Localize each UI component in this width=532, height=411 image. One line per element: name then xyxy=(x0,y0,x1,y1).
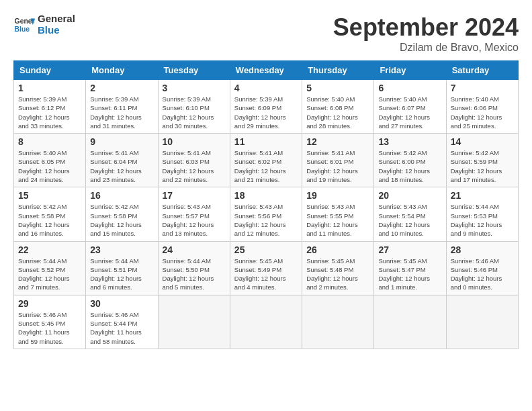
calendar-day-cell: 12Sunrise: 5:41 AM Sunset: 6:01 PM Dayli… xyxy=(302,134,374,187)
weekday-header-cell: Tuesday xyxy=(158,61,230,80)
calendar-day-cell: 23Sunrise: 5:44 AM Sunset: 5:51 PM Dayli… xyxy=(86,241,158,295)
day-info: Sunrise: 5:39 AM Sunset: 6:12 PM Dayligh… xyxy=(18,95,81,130)
calendar-day-cell: 7Sunrise: 5:40 AM Sunset: 6:06 PM Daylig… xyxy=(446,80,518,134)
day-info: Sunrise: 5:44 AM Sunset: 5:51 PM Dayligh… xyxy=(90,257,153,292)
calendar-day-cell: 26Sunrise: 5:45 AM Sunset: 5:48 PM Dayli… xyxy=(302,241,374,295)
day-number: 21 xyxy=(451,190,514,201)
logo-blue: Blue xyxy=(38,25,75,36)
calendar-day-cell: 15Sunrise: 5:42 AM Sunset: 5:58 PM Dayli… xyxy=(14,187,86,241)
day-info: Sunrise: 5:42 AM Sunset: 5:58 PM Dayligh… xyxy=(90,202,153,238)
calendar-week-row: 8Sunrise: 5:40 AM Sunset: 6:05 PM Daylig… xyxy=(14,134,519,187)
day-info: Sunrise: 5:45 AM Sunset: 5:48 PM Dayligh… xyxy=(306,257,369,292)
logo: General Blue General Blue xyxy=(13,13,75,36)
day-number: 2 xyxy=(90,83,153,93)
day-info: Sunrise: 5:41 AM Sunset: 6:03 PM Dayligh… xyxy=(163,148,226,184)
day-number: 13 xyxy=(378,136,441,147)
day-info: Sunrise: 5:41 AM Sunset: 6:02 PM Dayligh… xyxy=(234,148,298,184)
day-info: Sunrise: 5:43 AM Sunset: 5:56 PM Dayligh… xyxy=(234,202,298,238)
calendar-week-row: 22Sunrise: 5:44 AM Sunset: 5:52 PM Dayli… xyxy=(14,241,519,295)
calendar: SundayMondayTuesdayWednesdayThursdayFrid… xyxy=(13,60,519,349)
calendar-day-cell xyxy=(302,295,374,349)
calendar-day-cell: 22Sunrise: 5:44 AM Sunset: 5:52 PM Dayli… xyxy=(14,241,86,295)
weekday-header-cell: Friday xyxy=(374,61,446,80)
day-info: Sunrise: 5:40 AM Sunset: 6:05 PM Dayligh… xyxy=(18,148,81,184)
day-number: 10 xyxy=(163,136,226,147)
day-info: Sunrise: 5:42 AM Sunset: 6:00 PM Dayligh… xyxy=(378,148,441,184)
calendar-day-cell: 3Sunrise: 5:39 AM Sunset: 6:10 PM Daylig… xyxy=(158,80,230,134)
day-info: Sunrise: 5:45 AM Sunset: 5:47 PM Dayligh… xyxy=(378,257,441,292)
month-title: September 2024 xyxy=(333,13,519,42)
weekday-header-cell: Wednesday xyxy=(230,61,302,80)
calendar-week-row: 15Sunrise: 5:42 AM Sunset: 5:58 PM Dayli… xyxy=(14,187,519,241)
day-info: Sunrise: 5:43 AM Sunset: 5:55 PM Dayligh… xyxy=(306,202,369,238)
weekday-header-cell: Thursday xyxy=(302,61,374,80)
day-info: Sunrise: 5:42 AM Sunset: 5:58 PM Dayligh… xyxy=(18,202,81,238)
day-info: Sunrise: 5:46 AM Sunset: 5:45 PM Dayligh… xyxy=(18,310,81,346)
day-info: Sunrise: 5:43 AM Sunset: 5:54 PM Dayligh… xyxy=(378,202,441,238)
logo-general: General xyxy=(38,13,75,25)
calendar-day-cell: 17Sunrise: 5:43 AM Sunset: 5:57 PM Dayli… xyxy=(158,187,230,241)
day-info: Sunrise: 5:46 AM Sunset: 5:46 PM Dayligh… xyxy=(451,257,514,292)
day-info: Sunrise: 5:41 AM Sunset: 6:01 PM Dayligh… xyxy=(306,148,369,184)
header: General Blue General Blue September 2024… xyxy=(13,13,519,54)
day-info: Sunrise: 5:39 AM Sunset: 6:10 PM Dayligh… xyxy=(163,95,226,130)
day-number: 23 xyxy=(90,244,153,255)
calendar-day-cell: 14Sunrise: 5:42 AM Sunset: 5:59 PM Dayli… xyxy=(446,134,518,187)
calendar-day-cell: 24Sunrise: 5:44 AM Sunset: 5:50 PM Dayli… xyxy=(158,241,230,295)
day-number: 15 xyxy=(18,190,81,201)
title-area: September 2024 Dzilam de Bravo, Mexico xyxy=(333,13,519,54)
day-number: 8 xyxy=(18,136,81,147)
day-number: 12 xyxy=(306,136,369,147)
calendar-day-cell xyxy=(230,295,302,349)
calendar-day-cell: 9Sunrise: 5:41 AM Sunset: 6:04 PM Daylig… xyxy=(86,134,158,187)
calendar-day-cell: 19Sunrise: 5:43 AM Sunset: 5:55 PM Dayli… xyxy=(302,187,374,241)
day-number: 9 xyxy=(90,136,153,147)
calendar-day-cell: 6Sunrise: 5:40 AM Sunset: 6:07 PM Daylig… xyxy=(374,80,446,134)
calendar-day-cell: 4Sunrise: 5:39 AM Sunset: 6:09 PM Daylig… xyxy=(230,80,302,134)
day-number: 27 xyxy=(378,244,441,255)
day-number: 17 xyxy=(163,190,226,201)
day-number: 6 xyxy=(378,83,441,93)
day-number: 29 xyxy=(18,298,81,309)
day-number: 4 xyxy=(234,83,298,93)
day-number: 24 xyxy=(163,244,226,255)
calendar-day-cell: 18Sunrise: 5:43 AM Sunset: 5:56 PM Dayli… xyxy=(230,187,302,241)
calendar-day-cell: 21Sunrise: 5:44 AM Sunset: 5:53 PM Dayli… xyxy=(446,187,518,241)
calendar-day-cell xyxy=(374,295,446,349)
day-number: 19 xyxy=(306,190,369,201)
svg-text:Blue: Blue xyxy=(15,25,30,32)
day-number: 25 xyxy=(234,244,298,255)
day-number: 30 xyxy=(90,298,153,309)
calendar-day-cell: 8Sunrise: 5:40 AM Sunset: 6:05 PM Daylig… xyxy=(14,134,86,187)
calendar-day-cell: 20Sunrise: 5:43 AM Sunset: 5:54 PM Dayli… xyxy=(374,187,446,241)
calendar-day-cell: 2Sunrise: 5:39 AM Sunset: 6:11 PM Daylig… xyxy=(86,80,158,134)
weekday-header-cell: Saturday xyxy=(446,61,518,80)
day-info: Sunrise: 5:45 AM Sunset: 5:49 PM Dayligh… xyxy=(234,257,298,292)
calendar-day-cell: 30Sunrise: 5:46 AM Sunset: 5:44 PM Dayli… xyxy=(86,295,158,349)
calendar-week-row: 29Sunrise: 5:46 AM Sunset: 5:45 PM Dayli… xyxy=(14,295,519,349)
calendar-day-cell xyxy=(446,295,518,349)
day-number: 16 xyxy=(90,190,153,201)
day-number: 22 xyxy=(18,244,81,255)
weekday-header-cell: Sunday xyxy=(14,61,86,80)
day-info: Sunrise: 5:41 AM Sunset: 6:04 PM Dayligh… xyxy=(90,148,153,184)
day-info: Sunrise: 5:42 AM Sunset: 5:59 PM Dayligh… xyxy=(451,148,514,184)
day-info: Sunrise: 5:44 AM Sunset: 5:53 PM Dayligh… xyxy=(451,202,514,238)
day-number: 26 xyxy=(306,244,369,255)
day-number: 3 xyxy=(163,83,226,93)
calendar-day-cell: 27Sunrise: 5:45 AM Sunset: 5:47 PM Dayli… xyxy=(374,241,446,295)
day-number: 20 xyxy=(378,190,441,201)
day-number: 18 xyxy=(234,190,298,201)
logo-icon: General Blue xyxy=(13,14,35,36)
calendar-day-cell: 5Sunrise: 5:40 AM Sunset: 6:08 PM Daylig… xyxy=(302,80,374,134)
calendar-body: 1Sunrise: 5:39 AM Sunset: 6:12 PM Daylig… xyxy=(14,80,519,349)
calendar-week-row: 1Sunrise: 5:39 AM Sunset: 6:12 PM Daylig… xyxy=(14,80,519,134)
day-info: Sunrise: 5:40 AM Sunset: 6:07 PM Dayligh… xyxy=(378,95,441,130)
location-title: Dzilam de Bravo, Mexico xyxy=(333,42,519,54)
day-info: Sunrise: 5:40 AM Sunset: 6:06 PM Dayligh… xyxy=(451,95,514,130)
day-number: 7 xyxy=(451,83,514,93)
calendar-day-cell: 10Sunrise: 5:41 AM Sunset: 6:03 PM Dayli… xyxy=(158,134,230,187)
calendar-day-cell: 1Sunrise: 5:39 AM Sunset: 6:12 PM Daylig… xyxy=(14,80,86,134)
day-number: 14 xyxy=(451,136,514,147)
weekday-header-row: SundayMondayTuesdayWednesdayThursdayFrid… xyxy=(14,61,519,80)
